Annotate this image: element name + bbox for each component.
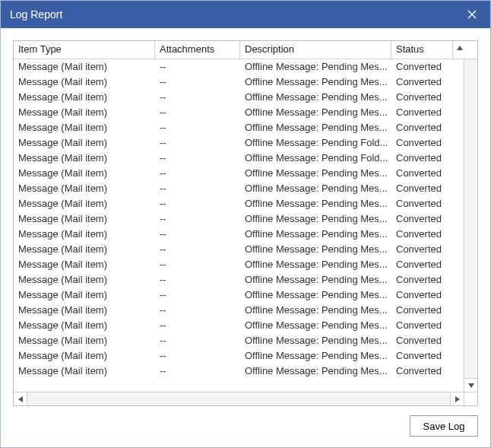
table-row[interactable]: Message (Mail item)--Offline Message: Pe… <box>14 75 464 90</box>
cell-item-type: Message (Mail item) <box>14 242 155 257</box>
cell-description: Offline Message: Pending Mes... <box>240 120 391 135</box>
cell-description: Offline Message: Pending Mes... <box>240 181 391 196</box>
cell-attachments: -- <box>155 272 240 288</box>
column-header-attachments[interactable]: Attachments <box>155 41 240 59</box>
column-header-description[interactable]: Description <box>240 41 391 59</box>
cell-status: Converted <box>391 196 453 211</box>
cell-item-type: Message (Mail item) <box>14 59 155 75</box>
cell-attachments: -- <box>155 348 240 364</box>
cell-attachments: -- <box>155 333 240 348</box>
cell-attachments: -- <box>155 364 240 379</box>
cell-item-type: Message (Mail item) <box>14 105 155 120</box>
table-row[interactable]: Message (Mail item)--Offline Message: Pe… <box>14 181 464 196</box>
table-row[interactable]: Message (Mail item)--Offline Message: Pe… <box>14 151 464 166</box>
cell-attachments: -- <box>155 181 240 196</box>
cell-status: Converted <box>391 166 453 181</box>
table-header: Item Type Attachments Description Status <box>14 41 477 59</box>
vertical-scroll-track[interactable] <box>464 59 477 378</box>
vertical-scrollbar[interactable] <box>464 59 477 392</box>
cell-item-type: Message (Mail item) <box>14 90 155 105</box>
table-row[interactable]: Message (Mail item)--Offline Message: Pe… <box>14 303 464 318</box>
cell-item-type: Message (Mail item) <box>14 272 155 288</box>
scroll-right-button[interactable] <box>450 392 464 405</box>
cell-item-type: Message (Mail item) <box>14 166 155 181</box>
table-row[interactable]: Message (Mail item)--Offline Message: Pe… <box>14 135 464 151</box>
cell-attachments: -- <box>155 75 240 90</box>
column-header-status[interactable]: Status <box>391 41 453 59</box>
table-row[interactable]: Message (Mail item)--Offline Message: Pe… <box>14 257 464 272</box>
cell-item-type: Message (Mail item) <box>14 135 155 151</box>
cell-attachments: -- <box>155 120 240 135</box>
cell-status: Converted <box>391 348 453 364</box>
table-row[interactable]: Message (Mail item)--Offline Message: Pe… <box>14 272 464 288</box>
cell-attachments: -- <box>155 166 240 181</box>
scroll-left-button[interactable] <box>14 392 27 405</box>
scrollbar-corner <box>464 392 477 405</box>
cell-item-type: Message (Mail item) <box>14 257 155 272</box>
cell-attachments: -- <box>155 242 240 257</box>
cell-status: Converted <box>391 257 453 272</box>
cell-item-type: Message (Mail item) <box>14 364 155 379</box>
cell-attachments: -- <box>155 59 240 75</box>
titlebar: Log Report <box>1 1 490 28</box>
cell-description: Offline Message: Pending Mes... <box>240 105 391 120</box>
table-row[interactable]: Message (Mail item)--Offline Message: Pe… <box>14 120 464 135</box>
cell-status: Converted <box>391 75 453 90</box>
cell-description: Offline Message: Pending Mes... <box>240 348 391 364</box>
cell-status: Converted <box>391 303 453 318</box>
chevron-right-icon <box>455 396 460 402</box>
cell-description: Offline Message: Pending Mes... <box>240 59 391 75</box>
cell-item-type: Message (Mail item) <box>14 75 155 90</box>
cell-attachments: -- <box>155 196 240 211</box>
cell-attachments: -- <box>155 211 240 227</box>
cell-attachments: -- <box>155 227 240 242</box>
table-row[interactable]: Message (Mail item)--Offline Message: Pe… <box>14 211 464 227</box>
cell-description: Offline Message: Pending Mes... <box>240 303 391 318</box>
table-row[interactable]: Message (Mail item)--Offline Message: Pe… <box>14 318 464 333</box>
table-row[interactable]: Message (Mail item)--Offline Message: Pe… <box>14 288 464 303</box>
scroll-down-button[interactable] <box>464 378 477 392</box>
cell-description: Offline Message: Pending Mes... <box>240 211 391 227</box>
horizontal-scrollbar[interactable] <box>14 392 477 405</box>
cell-item-type: Message (Mail item) <box>14 196 155 211</box>
table-row[interactable]: Message (Mail item)--Offline Message: Pe… <box>14 242 464 257</box>
table-row[interactable]: Message (Mail item)--Offline Message: Pe… <box>14 90 464 105</box>
cell-item-type: Message (Mail item) <box>14 227 155 242</box>
cell-status: Converted <box>391 333 453 348</box>
table-row[interactable]: Message (Mail item)--Offline Message: Pe… <box>14 348 464 364</box>
log-report-window: Log Report Item Type Attachments Descrip… <box>0 0 491 448</box>
cell-description: Offline Message: Pending Mes... <box>240 333 391 348</box>
table-row[interactable]: Message (Mail item)--Offline Message: Pe… <box>14 166 464 181</box>
cell-status: Converted <box>391 242 453 257</box>
cell-status: Converted <box>391 120 453 135</box>
cell-status: Converted <box>391 151 453 166</box>
table-row[interactable]: Message (Mail item)--Offline Message: Pe… <box>14 105 464 120</box>
log-table: Item Type Attachments Description Status… <box>13 40 478 406</box>
cell-description: Offline Message: Pending Mes... <box>240 166 391 181</box>
column-header-item-type[interactable]: Item Type <box>14 41 155 59</box>
cell-attachments: -- <box>155 288 240 303</box>
cell-status: Converted <box>391 272 453 288</box>
close-button[interactable] <box>461 4 483 25</box>
cell-attachments: -- <box>155 135 240 151</box>
cell-attachments: -- <box>155 303 240 318</box>
table-row[interactable]: Message (Mail item)--Offline Message: Pe… <box>14 196 464 211</box>
cell-description: Offline Message: Pending Mes... <box>240 227 391 242</box>
cell-description: Offline Message: Pending Fold... <box>240 151 391 166</box>
scroll-up-button[interactable] <box>453 41 467 59</box>
cell-status: Converted <box>391 90 453 105</box>
cell-status: Converted <box>391 211 453 227</box>
table-row[interactable]: Message (Mail item)--Offline Message: Pe… <box>14 227 464 242</box>
table-row[interactable]: Message (Mail item)--Offline Message: Pe… <box>14 59 464 75</box>
cell-status: Converted <box>391 318 453 333</box>
cell-description: Offline Message: Pending Fold... <box>240 135 391 151</box>
table-row[interactable]: Message (Mail item)--Offline Message: Pe… <box>14 333 464 348</box>
cell-status: Converted <box>391 364 453 379</box>
cell-description: Offline Message: Pending Mes... <box>240 257 391 272</box>
cell-attachments: -- <box>155 90 240 105</box>
cell-status: Converted <box>391 105 453 120</box>
cell-item-type: Message (Mail item) <box>14 288 155 303</box>
save-log-button[interactable]: Save Log <box>410 415 478 437</box>
table-row[interactable]: Message (Mail item)--Offline Message: Pe… <box>14 364 464 379</box>
horizontal-scroll-track[interactable] <box>27 392 450 405</box>
